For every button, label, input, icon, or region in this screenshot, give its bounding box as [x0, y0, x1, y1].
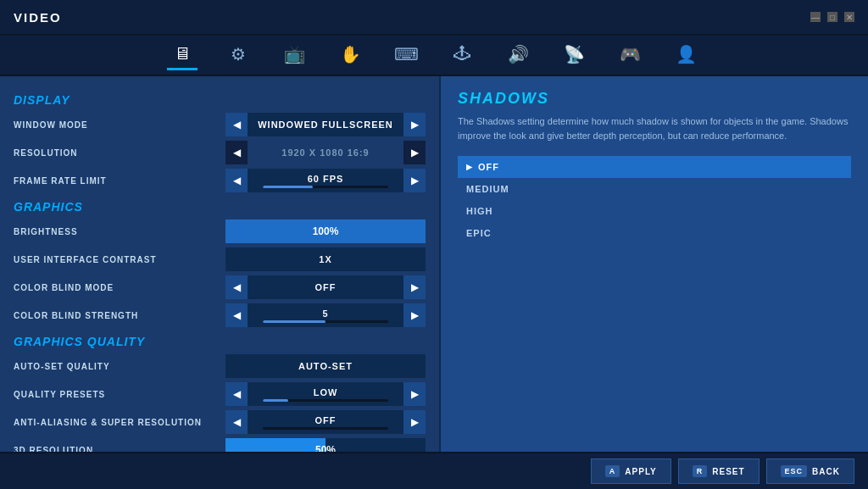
anti-aliasing-next[interactable]: ▶	[403, 410, 426, 434]
window-title: VIDEO	[14, 10, 62, 25]
brightness-control[interactable]: 100%	[225, 219, 426, 243]
resolution-prev[interactable]: ◀	[225, 141, 248, 164]
setting-color-blind-strength: COLOR BLIND STRENGTH ◀ 5 ▶	[14, 303, 426, 328]
3d-resolution-control[interactable]: 50%	[225, 438, 426, 452]
apply-button[interactable]: A APPLY	[591, 458, 671, 484]
option-epic[interactable]: EPIC	[458, 222, 851, 244]
close-btn[interactable]: ✕	[844, 12, 854, 22]
resolution-label: RESOLUTION	[14, 148, 225, 158]
auto-quality-value: AUTO-SET	[225, 361, 426, 371]
minimize-btn[interactable]: —	[810, 12, 821, 22]
auto-quality-label: AUTO-SET QUALITY	[14, 362, 225, 371]
setting-auto-quality: AUTO-SET QUALITY AUTO-SET	[14, 353, 426, 379]
anti-aliasing-control: ◀ OFF ▶	[225, 410, 426, 434]
anti-aliasing-value: OFF	[248, 415, 403, 430]
back-key: ESC	[781, 465, 808, 477]
color-blind-mode-control: ◀ OFF ▶	[225, 275, 426, 299]
option-high[interactable]: HIGH	[458, 200, 851, 222]
nav-bar: 🖥 ⚙ 📺 ✋ ⌨ 🕹 🔊 📡 🎮 👤	[0, 36, 868, 76]
color-blind-strength-next[interactable]: ▶	[403, 303, 426, 327]
nav-network[interactable]: 📡	[559, 40, 589, 70]
color-blind-strength-control: ◀ 5 ▶	[225, 303, 426, 327]
left-panel: DISPLAY WINDOW MODE ◀ WINDOWED FULLSCREE…	[0, 76, 441, 452]
reset-label: RESET	[712, 467, 744, 476]
apply-label: APPLY	[625, 467, 656, 476]
setting-anti-aliasing: ANTI-ALIASING & SUPER RESOLUTION ◀ OFF ▶	[14, 409, 426, 435]
section-gfx-quality-title: GRAPHICS QUALITY	[14, 335, 426, 348]
back-label: BACK	[812, 467, 840, 476]
anti-aliasing-prev[interactable]: ◀	[225, 410, 248, 434]
right-panel: SHADOWS The Shadows setting determine ho…	[441, 76, 868, 452]
setting-window-mode: WINDOW MODE ◀ WINDOWED FULLSCREEN ▶	[14, 112, 426, 137]
nav-user[interactable]: 👤	[670, 40, 701, 70]
color-blind-mode-prev[interactable]: ◀	[225, 275, 248, 299]
resolution-control: ◀ 1920 X 1080 16:9 ▶	[225, 141, 426, 164]
window-mode-label: WINDOW MODE	[14, 120, 225, 130]
frame-rate-value: 60 FPS	[248, 174, 403, 188]
ui-contrast-control: 1x	[225, 247, 426, 271]
nav-audio[interactable]: 🔊	[503, 40, 533, 70]
quality-presets-label: QUALITY PRESETS	[14, 390, 225, 399]
section-display-title: DISPLAY	[14, 93, 426, 107]
quality-presets-control: ◀ LOW ▶	[225, 382, 426, 406]
3d-resolution-value: 50%	[315, 444, 336, 452]
setting-quality-presets: QUALITY PRESETS ◀ LOW ▶	[14, 381, 426, 407]
color-blind-mode-next[interactable]: ▶	[403, 275, 426, 299]
setting-brightness: BRIGHTNESS 100%	[14, 219, 426, 244]
color-blind-strength-value: 5	[248, 308, 403, 323]
nav-gear[interactable]: ⚙	[223, 40, 253, 70]
section-graphics-title: GRAPHICS	[14, 200, 426, 214]
frame-rate-label: FRAME RATE LIMIT	[14, 176, 225, 186]
setting-ui-contrast: USER INTERFACE CONTRAST 1x	[14, 247, 426, 272]
setting-resolution: RESOLUTION ◀ 1920 X 1080 16:9 ▶	[14, 140, 426, 165]
main-content: DISPLAY WINDOW MODE ◀ WINDOWED FULLSCREE…	[0, 76, 868, 452]
color-blind-strength-label: COLOR BLIND STRENGTH	[14, 311, 225, 320]
quality-presets-next[interactable]: ▶	[403, 382, 426, 406]
frame-rate-prev[interactable]: ◀	[225, 169, 248, 192]
option-off[interactable]: OFF	[458, 156, 851, 178]
option-list: OFF MEDIUM HIGH EPIC	[458, 156, 851, 244]
color-blind-mode-value: OFF	[248, 282, 403, 292]
nav-gamepad[interactable]: 🕹	[447, 40, 477, 70]
window-mode-next[interactable]: ▶	[403, 113, 426, 136]
window-mode-value: WINDOWED FULLSCREEN	[248, 119, 403, 130]
brightness-label: BRIGHTNESS	[14, 227, 225, 236]
title-bar: VIDEO — □ ✕	[0, 0, 868, 36]
nav-video[interactable]: 🖥	[167, 40, 198, 70]
setting-frame-rate: FRAME RATE LIMIT ◀ 60 FPS ▶	[14, 168, 426, 193]
resolution-value: 1920 X 1080 16:9	[248, 147, 403, 158]
setting-3d-resolution: 3D RESOLUTION 50%	[14, 437, 426, 452]
nav-controller2[interactable]: 🎮	[615, 40, 645, 70]
quality-presets-prev[interactable]: ◀	[225, 382, 248, 406]
3d-resolution-label: 3D RESOLUTION	[14, 446, 225, 453]
back-button[interactable]: ESC BACK	[766, 458, 854, 484]
resolution-next[interactable]: ▶	[403, 141, 426, 164]
quality-presets-value: LOW	[248, 387, 403, 402]
ui-contrast-label: USER INTERFACE CONTRAST	[14, 255, 225, 264]
brightness-value: 100%	[313, 225, 339, 237]
nav-keyboard[interactable]: ⌨	[391, 40, 421, 70]
auto-quality-control: AUTO-SET	[225, 354, 426, 378]
window-mode-control: ◀ WINDOWED FULLSCREEN ▶	[225, 113, 426, 136]
ui-contrast-value: 1x	[225, 254, 426, 264]
apply-key: A	[605, 465, 620, 477]
detail-title: SHADOWS	[458, 90, 851, 108]
window-controls: — □ ✕	[810, 12, 854, 22]
window-mode-prev[interactable]: ◀	[225, 113, 248, 136]
maximize-btn[interactable]: □	[827, 12, 837, 22]
nav-display[interactable]: 📺	[279, 40, 309, 70]
setting-color-blind-mode: COLOR BLIND MODE ◀ OFF ▶	[14, 275, 426, 300]
bottom-bar: A APPLY R RESET ESC BACK	[0, 452, 868, 489]
anti-aliasing-label: ANTI-ALIASING & SUPER RESOLUTION	[14, 418, 225, 427]
frame-rate-next[interactable]: ▶	[403, 169, 426, 192]
color-blind-mode-label: COLOR BLIND MODE	[14, 283, 225, 292]
reset-key: R	[693, 465, 708, 477]
reset-button[interactable]: R RESET	[678, 458, 760, 484]
frame-rate-control: ◀ 60 FPS ▶	[225, 169, 426, 192]
option-medium[interactable]: MEDIUM	[458, 178, 851, 200]
color-blind-strength-prev[interactable]: ◀	[225, 303, 248, 327]
nav-controller[interactable]: ✋	[335, 40, 365, 70]
detail-description: The Shadows setting determine how much s…	[458, 114, 851, 142]
